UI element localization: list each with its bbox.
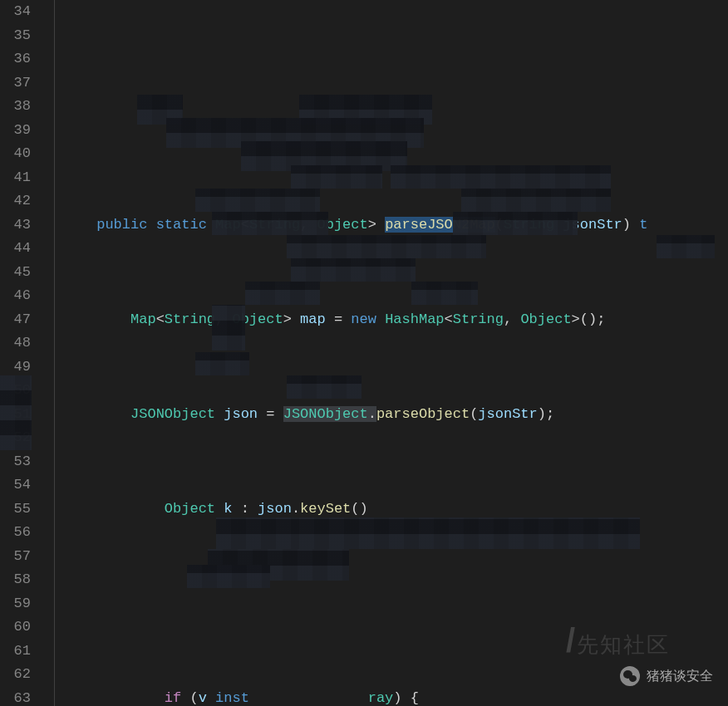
type: Object [165,501,215,517]
line-number: 37 [0,71,31,96]
line-number: 57 [0,545,31,569]
redaction-overlay [0,375,32,450]
redaction-overlay [391,165,611,189]
line-number: 47 [0,308,31,332]
line-number: 59 [0,592,31,616]
line-number: 42 [0,189,31,213]
wechat-icon [620,666,640,686]
redaction-overlay [187,565,270,588]
keyword: public [96,217,147,233]
function-name: parseObject [376,406,470,422]
watermark-badge: 猪猪谈安全 [620,664,713,689]
line-number: 46 [0,284,31,308]
redaction-overlay [245,282,320,305]
redaction-overlay [212,212,328,235]
redaction-overlay [299,517,640,549]
line-number: 55 [0,498,31,522]
redaction-overlay [461,189,611,212]
code-line[interactable]: if (v inst ray) { [46,687,728,707]
redaction-overlay [287,375,362,399]
line-number: 48 [0,331,31,355]
type: String [165,311,215,327]
line-number: 44 [0,237,31,261]
code-line[interactable] [46,592,728,616]
redaction-overlay [216,517,299,549]
redaction-overlay [287,235,486,258]
redaction-overlay [411,282,478,305]
redaction-overlay [453,212,578,235]
line-number: 45 [0,261,31,285]
type: ray [368,690,394,706]
type: String [453,311,504,327]
redaction-overlay [657,235,715,258]
line-number: 40 [0,142,31,166]
keyword: new [351,311,376,327]
variable: json [258,501,292,517]
keyword: inst [215,690,249,706]
code-line[interactable]: JSONObject json = JSONObject.parseObject… [46,403,728,427]
line-number: 39 [0,119,31,143]
keyword: if [165,690,181,706]
redaction-overlay [195,352,249,375]
redaction-overlay [291,165,382,189]
variable: jsonStr [478,406,537,422]
watermark-text-faded: /先知社区 [566,629,670,657]
variable: k [224,501,232,517]
line-number: 62 [0,663,31,687]
line-number: 38 [0,95,31,119]
redaction-overlay [291,258,416,282]
line-number: 41 [0,166,31,190]
watermark-label: 先知社区 [577,632,670,657]
type-highlighted: JSONObject [283,406,368,422]
keyword: t [639,217,647,233]
watermark-label: 猪猪谈安全 [647,664,713,689]
redaction-overlay [195,189,320,212]
variable: json [224,406,258,422]
code-line[interactable]: Map<String, Object> map = new HashMap<St… [46,308,728,332]
line-number: 56 [0,521,31,545]
line-number: 34 [0,0,31,24]
type: HashMap [385,311,444,327]
type: JSONObject [130,406,215,422]
redaction-overlay [212,305,245,351]
type: Object [520,311,571,327]
line-number: 43 [0,213,31,238]
line-number: 35 [0,24,31,48]
type: Map [130,311,156,327]
line-number: 53 [0,450,31,474]
keyword: static [156,217,207,233]
variable: v [199,690,207,706]
code-line[interactable]: public static Map<String, Object> parseJ… [46,213,728,238]
line-number-gutter: 34 35 36 37 38 39 40 41 42 43 44 45 46 4… [0,0,46,706]
line-number: 63 [0,687,31,707]
variable: map [300,311,326,327]
function-name: keySet [300,501,351,517]
line-number: 36 [0,47,31,71]
line-number: 61 [0,640,31,664]
line-number: 54 [0,473,31,498]
line-number: 60 [0,615,31,640]
line-number: 58 [0,568,31,592]
